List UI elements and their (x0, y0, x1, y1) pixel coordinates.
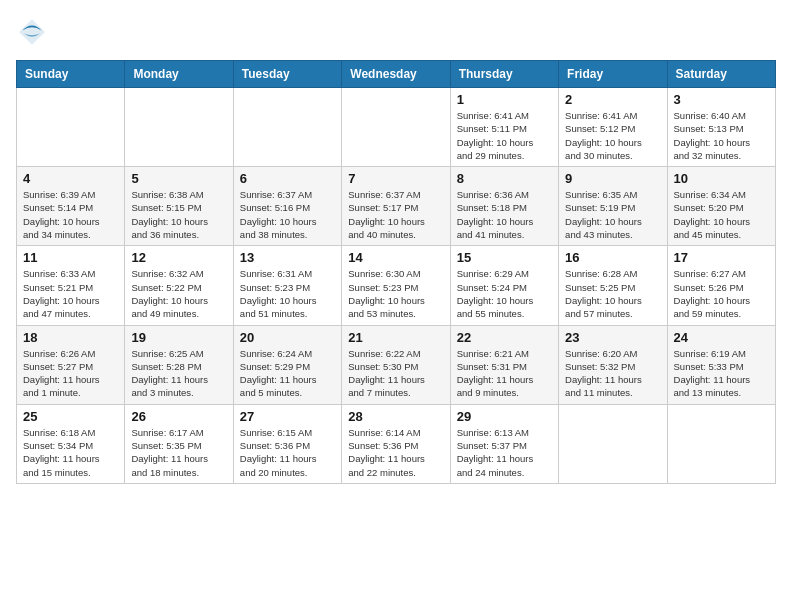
weekday-header: Thursday (450, 61, 558, 88)
calendar-cell (559, 404, 667, 483)
calendar-cell (17, 88, 125, 167)
day-number: 11 (23, 250, 118, 265)
day-info: Sunrise: 6:14 AM Sunset: 5:36 PM Dayligh… (348, 426, 443, 479)
day-number: 19 (131, 330, 226, 345)
day-number: 24 (674, 330, 769, 345)
calendar-cell: 18Sunrise: 6:26 AM Sunset: 5:27 PM Dayli… (17, 325, 125, 404)
day-info: Sunrise: 6:36 AM Sunset: 5:18 PM Dayligh… (457, 188, 552, 241)
day-number: 18 (23, 330, 118, 345)
day-number: 5 (131, 171, 226, 186)
calendar-cell: 6Sunrise: 6:37 AM Sunset: 5:16 PM Daylig… (233, 167, 341, 246)
day-number: 27 (240, 409, 335, 424)
calendar-cell: 14Sunrise: 6:30 AM Sunset: 5:23 PM Dayli… (342, 246, 450, 325)
day-info: Sunrise: 6:31 AM Sunset: 5:23 PM Dayligh… (240, 267, 335, 320)
day-number: 8 (457, 171, 552, 186)
calendar-week-row: 11Sunrise: 6:33 AM Sunset: 5:21 PM Dayli… (17, 246, 776, 325)
day-number: 12 (131, 250, 226, 265)
weekday-header: Wednesday (342, 61, 450, 88)
day-info: Sunrise: 6:30 AM Sunset: 5:23 PM Dayligh… (348, 267, 443, 320)
calendar-cell: 22Sunrise: 6:21 AM Sunset: 5:31 PM Dayli… (450, 325, 558, 404)
calendar-cell: 7Sunrise: 6:37 AM Sunset: 5:17 PM Daylig… (342, 167, 450, 246)
calendar-cell: 27Sunrise: 6:15 AM Sunset: 5:36 PM Dayli… (233, 404, 341, 483)
calendar-cell: 29Sunrise: 6:13 AM Sunset: 5:37 PM Dayli… (450, 404, 558, 483)
weekday-header: Saturday (667, 61, 775, 88)
day-number: 14 (348, 250, 443, 265)
day-info: Sunrise: 6:20 AM Sunset: 5:32 PM Dayligh… (565, 347, 660, 400)
calendar-cell: 5Sunrise: 6:38 AM Sunset: 5:15 PM Daylig… (125, 167, 233, 246)
day-number: 26 (131, 409, 226, 424)
calendar-cell (233, 88, 341, 167)
calendar-cell: 25Sunrise: 6:18 AM Sunset: 5:34 PM Dayli… (17, 404, 125, 483)
calendar-week-row: 25Sunrise: 6:18 AM Sunset: 5:34 PM Dayli… (17, 404, 776, 483)
day-info: Sunrise: 6:17 AM Sunset: 5:35 PM Dayligh… (131, 426, 226, 479)
logo (16, 16, 54, 48)
calendar-cell: 9Sunrise: 6:35 AM Sunset: 5:19 PM Daylig… (559, 167, 667, 246)
day-number: 3 (674, 92, 769, 107)
calendar-cell: 19Sunrise: 6:25 AM Sunset: 5:28 PM Dayli… (125, 325, 233, 404)
calendar-cell: 20Sunrise: 6:24 AM Sunset: 5:29 PM Dayli… (233, 325, 341, 404)
calendar-cell (667, 404, 775, 483)
calendar-cell: 26Sunrise: 6:17 AM Sunset: 5:35 PM Dayli… (125, 404, 233, 483)
day-info: Sunrise: 6:25 AM Sunset: 5:28 PM Dayligh… (131, 347, 226, 400)
day-number: 23 (565, 330, 660, 345)
day-info: Sunrise: 6:33 AM Sunset: 5:21 PM Dayligh… (23, 267, 118, 320)
day-number: 10 (674, 171, 769, 186)
day-info: Sunrise: 6:38 AM Sunset: 5:15 PM Dayligh… (131, 188, 226, 241)
weekday-header: Sunday (17, 61, 125, 88)
calendar-cell: 24Sunrise: 6:19 AM Sunset: 5:33 PM Dayli… (667, 325, 775, 404)
day-info: Sunrise: 6:32 AM Sunset: 5:22 PM Dayligh… (131, 267, 226, 320)
calendar: SundayMondayTuesdayWednesdayThursdayFrid… (16, 60, 776, 484)
day-number: 21 (348, 330, 443, 345)
calendar-cell: 17Sunrise: 6:27 AM Sunset: 5:26 PM Dayli… (667, 246, 775, 325)
day-info: Sunrise: 6:13 AM Sunset: 5:37 PM Dayligh… (457, 426, 552, 479)
day-number: 9 (565, 171, 660, 186)
calendar-cell (125, 88, 233, 167)
day-info: Sunrise: 6:29 AM Sunset: 5:24 PM Dayligh… (457, 267, 552, 320)
calendar-week-row: 1Sunrise: 6:41 AM Sunset: 5:11 PM Daylig… (17, 88, 776, 167)
day-info: Sunrise: 6:41 AM Sunset: 5:11 PM Dayligh… (457, 109, 552, 162)
calendar-cell: 10Sunrise: 6:34 AM Sunset: 5:20 PM Dayli… (667, 167, 775, 246)
calendar-cell (342, 88, 450, 167)
day-info: Sunrise: 6:39 AM Sunset: 5:14 PM Dayligh… (23, 188, 118, 241)
calendar-week-row: 4Sunrise: 6:39 AM Sunset: 5:14 PM Daylig… (17, 167, 776, 246)
calendar-cell: 23Sunrise: 6:20 AM Sunset: 5:32 PM Dayli… (559, 325, 667, 404)
day-info: Sunrise: 6:24 AM Sunset: 5:29 PM Dayligh… (240, 347, 335, 400)
day-number: 25 (23, 409, 118, 424)
day-info: Sunrise: 6:26 AM Sunset: 5:27 PM Dayligh… (23, 347, 118, 400)
day-number: 15 (457, 250, 552, 265)
day-number: 13 (240, 250, 335, 265)
calendar-cell: 3Sunrise: 6:40 AM Sunset: 5:13 PM Daylig… (667, 88, 775, 167)
day-info: Sunrise: 6:19 AM Sunset: 5:33 PM Dayligh… (674, 347, 769, 400)
calendar-cell: 15Sunrise: 6:29 AM Sunset: 5:24 PM Dayli… (450, 246, 558, 325)
day-info: Sunrise: 6:35 AM Sunset: 5:19 PM Dayligh… (565, 188, 660, 241)
day-number: 20 (240, 330, 335, 345)
day-info: Sunrise: 6:15 AM Sunset: 5:36 PM Dayligh… (240, 426, 335, 479)
calendar-cell: 21Sunrise: 6:22 AM Sunset: 5:30 PM Dayli… (342, 325, 450, 404)
calendar-cell: 11Sunrise: 6:33 AM Sunset: 5:21 PM Dayli… (17, 246, 125, 325)
calendar-cell: 16Sunrise: 6:28 AM Sunset: 5:25 PM Dayli… (559, 246, 667, 325)
day-info: Sunrise: 6:41 AM Sunset: 5:12 PM Dayligh… (565, 109, 660, 162)
calendar-cell: 12Sunrise: 6:32 AM Sunset: 5:22 PM Dayli… (125, 246, 233, 325)
page-header (16, 16, 776, 48)
day-number: 4 (23, 171, 118, 186)
day-number: 22 (457, 330, 552, 345)
calendar-cell: 13Sunrise: 6:31 AM Sunset: 5:23 PM Dayli… (233, 246, 341, 325)
logo-icon (16, 16, 48, 48)
day-number: 6 (240, 171, 335, 186)
day-info: Sunrise: 6:28 AM Sunset: 5:25 PM Dayligh… (565, 267, 660, 320)
day-info: Sunrise: 6:18 AM Sunset: 5:34 PM Dayligh… (23, 426, 118, 479)
day-number: 2 (565, 92, 660, 107)
day-number: 16 (565, 250, 660, 265)
day-info: Sunrise: 6:21 AM Sunset: 5:31 PM Dayligh… (457, 347, 552, 400)
day-info: Sunrise: 6:40 AM Sunset: 5:13 PM Dayligh… (674, 109, 769, 162)
day-number: 28 (348, 409, 443, 424)
calendar-cell: 4Sunrise: 6:39 AM Sunset: 5:14 PM Daylig… (17, 167, 125, 246)
weekday-header: Tuesday (233, 61, 341, 88)
day-number: 1 (457, 92, 552, 107)
calendar-cell: 28Sunrise: 6:14 AM Sunset: 5:36 PM Dayli… (342, 404, 450, 483)
day-info: Sunrise: 6:27 AM Sunset: 5:26 PM Dayligh… (674, 267, 769, 320)
day-info: Sunrise: 6:37 AM Sunset: 5:16 PM Dayligh… (240, 188, 335, 241)
calendar-header-row: SundayMondayTuesdayWednesdayThursdayFrid… (17, 61, 776, 88)
day-number: 29 (457, 409, 552, 424)
day-number: 17 (674, 250, 769, 265)
